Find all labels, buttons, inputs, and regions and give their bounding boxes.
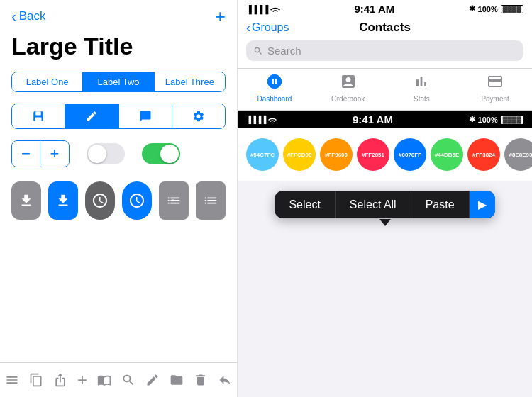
black-signal-bars: ▐▐▐▐ bbox=[246, 116, 266, 123]
context-menu: Select Select All Paste ▶ bbox=[275, 191, 494, 218]
footer-edit-icon[interactable] bbox=[145, 373, 160, 387]
swatch-3-label: #FF2851 bbox=[362, 152, 384, 158]
app-tab-bar: Dashboard Orderbook Stats Payment bbox=[238, 68, 532, 110]
footer-menu-icon[interactable] bbox=[5, 373, 19, 387]
stepper-plus-button[interactable]: + bbox=[40, 141, 69, 167]
segment-label-three[interactable]: Label Three bbox=[155, 72, 225, 91]
back-label: Back bbox=[19, 9, 46, 23]
clock-gray-icon[interactable] bbox=[85, 181, 115, 220]
list-icon-2[interactable] bbox=[196, 181, 226, 220]
black-battery: ✱ 100% ▓▓▓▓ bbox=[469, 115, 523, 124]
swatch-4-label: #0076FF bbox=[399, 152, 421, 158]
download-blue-icon[interactable] bbox=[48, 181, 78, 220]
tab-orderbook[interactable]: Orderbook bbox=[327, 73, 370, 103]
svg-rect-2 bbox=[35, 118, 42, 121]
search-placeholder: Search bbox=[267, 45, 301, 57]
right-panel: ▐▐▐▐ 9:41 AM ✱ 100% ▓▓▓▓ ‹ Groups Contac… bbox=[238, 0, 532, 397]
footer-nav: + bbox=[0, 362, 237, 397]
clock-blue-icon[interactable] bbox=[122, 181, 152, 220]
black-battery-icon: ▓▓▓▓ bbox=[501, 116, 523, 124]
tab-payment[interactable]: Payment bbox=[474, 73, 516, 103]
orderbook-icon bbox=[340, 73, 357, 94]
controls-row: − + bbox=[11, 140, 226, 167]
download-gray-icon[interactable] bbox=[11, 181, 41, 220]
toggle-on[interactable] bbox=[142, 143, 180, 164]
toolbar-edit-icon[interactable] bbox=[65, 104, 118, 128]
footer-reply-icon[interactable] bbox=[218, 373, 232, 387]
footer-trash-icon[interactable] bbox=[194, 373, 208, 387]
groups-label: Groups bbox=[252, 21, 289, 34]
nav-bar: ‹ Back + bbox=[0, 0, 237, 30]
footer-copy-icon[interactable] bbox=[29, 373, 43, 387]
search-bar-icon bbox=[253, 46, 263, 56]
tab-orderbook-label: Orderbook bbox=[331, 95, 365, 103]
signal-bars-icon: ▐▐▐▐ bbox=[246, 5, 268, 13]
footer-folder-icon[interactable] bbox=[170, 373, 184, 387]
black-status-bar: ▐▐▐▐ 9:41 AM ✱ 100% ▓▓▓▓ bbox=[238, 111, 532, 128]
stepper-minus-button[interactable]: − bbox=[12, 141, 40, 167]
footer-book-icon[interactable] bbox=[97, 373, 111, 387]
toggle-off[interactable] bbox=[87, 143, 125, 164]
stepper: − + bbox=[11, 140, 70, 167]
tab-dashboard-label: Dashboard bbox=[257, 95, 292, 103]
black-battery-label: 100% bbox=[478, 116, 498, 124]
left-panel: ‹ Back + Large Title Label One Label Two… bbox=[0, 0, 238, 397]
context-menu-area: Select Select All Paste ▶ bbox=[238, 181, 532, 225]
phone-top-section: ▐▐▐▐ 9:41 AM ✱ 100% ▓▓▓▓ ‹ Groups Contac… bbox=[238, 0, 532, 111]
contacts-title: Contacts bbox=[359, 21, 411, 35]
list-icon-1[interactable] bbox=[159, 181, 189, 220]
battery-icon-top: ▓▓▓▓ bbox=[501, 5, 523, 13]
swatch-2-label: #FF9600 bbox=[325, 152, 348, 158]
swatch-1[interactable]: #FFCD00 bbox=[283, 138, 316, 171]
contacts-nav: ‹ Groups Contacts bbox=[238, 16, 532, 38]
swatch-2[interactable]: #FF9600 bbox=[320, 138, 353, 171]
black-status-time: 9:41 AM bbox=[353, 113, 393, 125]
search-bar[interactable]: Search bbox=[246, 40, 523, 61]
select-button[interactable]: Select bbox=[275, 191, 335, 218]
large-title: Large Title bbox=[0, 30, 237, 72]
tab-stats[interactable]: Stats bbox=[400, 73, 443, 103]
battery-bt-top: ✱ 100% ▓▓▓▓ bbox=[469, 4, 523, 13]
plus-button[interactable]: + bbox=[215, 7, 226, 26]
swatch-7-label: #8E8E93 bbox=[509, 152, 532, 158]
segment-label-two[interactable]: Label Two bbox=[83, 72, 154, 91]
black-bluetooth-icon: ✱ bbox=[469, 115, 475, 124]
wifi-icon bbox=[270, 6, 280, 13]
color-swatches: #54C7FC #FFCD00 #FF9600 #FF2851 #0076FF … bbox=[238, 128, 532, 181]
swatch-3[interactable]: #FF2851 bbox=[357, 138, 389, 171]
paste-button[interactable]: Paste bbox=[411, 191, 470, 218]
swatch-5[interactable]: #44DB5E bbox=[431, 138, 463, 171]
dashboard-icon bbox=[266, 73, 283, 94]
swatch-5-label: #44DB5E bbox=[435, 152, 460, 158]
segmented-control: Label One Label Two Label Three bbox=[11, 72, 226, 92]
payment-icon bbox=[487, 73, 504, 94]
select-all-button[interactable]: Select All bbox=[336, 191, 411, 218]
swatch-0-label: #54C7FC bbox=[250, 152, 275, 158]
swatch-6[interactable]: #FF3824 bbox=[467, 138, 500, 171]
swatch-0[interactable]: #54C7FC bbox=[246, 138, 279, 171]
svg-rect-1 bbox=[35, 111, 41, 115]
toolbar-comment-icon[interactable] bbox=[119, 104, 172, 128]
segment-label-one[interactable]: Label One bbox=[12, 72, 83, 91]
swatch-7[interactable]: #8E8E93 bbox=[504, 138, 532, 171]
groups-back-button[interactable]: ‹ Groups bbox=[246, 21, 289, 35]
tab-dashboard[interactable]: Dashboard bbox=[253, 73, 296, 103]
battery-label-top: 100% bbox=[478, 5, 498, 13]
back-chevron-icon: ‹ bbox=[11, 9, 16, 25]
toolbar-settings-icon[interactable] bbox=[172, 104, 225, 128]
signal-wifi: ▐▐▐▐ bbox=[246, 5, 280, 13]
back-button[interactable]: ‹ Back bbox=[11, 9, 45, 25]
toggle-thumb-on bbox=[160, 145, 179, 163]
context-menu-arrow-button[interactable]: ▶ bbox=[470, 191, 495, 218]
tab-stats-label: Stats bbox=[414, 95, 430, 103]
stats-icon bbox=[413, 73, 430, 94]
footer-search-icon[interactable] bbox=[121, 373, 135, 387]
toolbar-save-icon[interactable] bbox=[12, 104, 65, 128]
back-chevron-contacts: ‹ bbox=[246, 21, 250, 35]
black-wifi-icon bbox=[268, 116, 277, 123]
footer-share-icon[interactable] bbox=[53, 373, 67, 387]
swatch-4[interactable]: #0076FF bbox=[394, 138, 426, 171]
bottom-icons-row bbox=[0, 181, 237, 231]
swatch-6-label: #FF3824 bbox=[472, 152, 495, 158]
footer-add-icon[interactable]: + bbox=[77, 370, 87, 390]
